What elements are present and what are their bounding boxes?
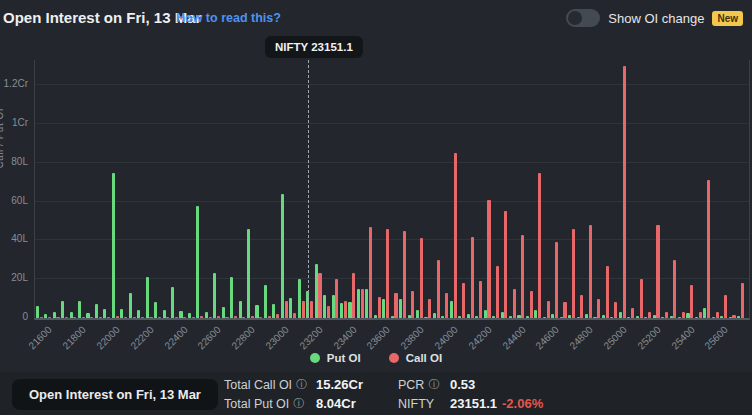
put-oi-bar[interactable] [95,304,98,318]
call-oi-bar[interactable] [116,316,119,318]
put-oi-bar[interactable] [577,317,580,318]
put-oi-bar[interactable] [703,308,706,318]
put-oi-bar[interactable] [340,303,343,318]
call-oi-bar[interactable] [335,279,338,318]
put-oi-bar[interactable] [424,317,427,318]
put-oi-bar[interactable] [348,302,351,318]
put-oi-bar[interactable] [272,304,275,318]
call-oi-bar[interactable] [133,317,136,318]
put-oi-bar[interactable] [281,194,284,318]
put-oi-bar[interactable] [196,206,199,319]
call-oi-bar[interactable] [479,281,482,318]
put-oi-bar[interactable] [450,301,453,318]
put-oi-bar[interactable] [255,305,258,318]
call-oi-bar[interactable] [530,291,533,318]
call-oi-bar[interactable] [699,312,702,318]
call-oi-bar[interactable] [445,293,448,318]
call-oi-bar[interactable] [428,299,431,318]
put-oi-bar[interactable] [188,313,191,318]
put-oi-bar[interactable] [610,317,613,318]
call-oi-bar[interactable] [386,229,389,318]
info-icon[interactable]: ⓘ [293,396,304,411]
call-oi-bar[interactable] [454,153,457,318]
put-oi-bar[interactable] [475,316,478,318]
call-oi-bar[interactable] [302,301,305,318]
put-oi-bar[interactable] [78,301,81,318]
put-oi-bar[interactable] [323,295,326,318]
put-oi-bar[interactable] [298,279,301,318]
call-oi-bar[interactable] [623,66,626,318]
put-oi-bar[interactable] [179,311,182,318]
put-oi-bar[interactable] [129,293,132,318]
put-oi-bar[interactable] [593,317,596,318]
call-oi-bar[interactable] [56,317,59,318]
put-oi-bar[interactable] [686,313,689,318]
put-oi-bar[interactable] [222,307,225,318]
call-oi-bar[interactable] [124,317,127,318]
call-oi-bar[interactable] [462,283,465,318]
call-oi-bar[interactable] [268,316,271,318]
call-oi-bar[interactable] [403,231,406,318]
call-oi-bar[interactable] [732,315,735,318]
call-oi-bar[interactable] [471,237,474,318]
call-oi-bar[interactable] [166,317,169,318]
put-oi-bar[interactable] [712,317,715,318]
put-oi-bar[interactable] [509,316,512,318]
put-oi-bar[interactable] [289,298,292,318]
call-oi-bar[interactable] [648,312,651,318]
call-oi-bar[interactable] [716,312,719,318]
put-oi-bar[interactable] [644,317,647,318]
call-oi-bar[interactable] [293,313,296,318]
put-oi-bar[interactable] [458,316,461,318]
call-oi-bar[interactable] [259,317,262,318]
put-oi-bar[interactable] [205,312,208,318]
put-oi-bar[interactable] [374,315,377,318]
call-oi-bar[interactable] [572,229,575,318]
put-oi-bar[interactable] [441,316,444,318]
call-oi-bar[interactable] [242,317,245,318]
call-oi-bar[interactable] [234,316,237,318]
put-oi-bar[interactable] [36,306,39,318]
call-oi-bar[interactable] [40,317,43,318]
put-oi-bar[interactable] [154,302,157,318]
call-oi-bar[interactable] [640,279,643,318]
put-oi-bar[interactable] [467,314,470,318]
put-oi-bar[interactable] [517,315,520,318]
put-oi-bar[interactable] [670,316,673,318]
put-oi-bar[interactable] [433,313,436,318]
call-oi-bar[interactable] [496,266,499,318]
put-oi-bar[interactable] [678,317,681,318]
call-oi-bar[interactable] [690,285,693,318]
call-oi-bar[interactable] [217,316,220,318]
call-oi-bar[interactable] [141,317,144,318]
put-oi-bar[interactable] [551,314,554,318]
call-oi-bar[interactable] [276,314,279,318]
call-oi-bar[interactable] [614,302,617,318]
call-oi-bar[interactable] [589,225,592,318]
put-oi-bar[interactable] [332,295,335,318]
put-oi-bar[interactable] [653,315,656,318]
call-oi-bar[interactable] [175,317,178,318]
put-oi-bar[interactable] [103,309,106,318]
call-oi-bar[interactable] [327,306,330,318]
put-oi-bar[interactable] [247,229,250,318]
info-icon[interactable]: ⓘ [296,377,307,392]
put-oi-bar[interactable] [501,312,504,318]
put-oi-bar[interactable] [399,299,402,318]
put-oi-bar[interactable] [720,316,723,318]
put-oi-bar[interactable] [382,299,385,318]
put-oi-bar[interactable] [416,310,419,318]
put-oi-bar[interactable] [534,310,537,318]
call-oi-bar[interactable] [48,317,51,318]
call-oi-bar[interactable] [225,317,228,318]
call-oi-bar[interactable] [538,173,541,318]
put-oi-bar[interactable] [543,317,546,318]
put-oi-bar[interactable] [484,310,487,318]
call-oi-bar[interactable] [285,301,288,318]
call-oi-bar[interactable] [682,312,685,318]
put-oi-bar[interactable] [171,287,174,318]
call-oi-bar[interactable] [200,316,203,318]
call-oi-bar[interactable] [741,283,744,318]
call-oi-bar[interactable] [521,235,524,318]
legend-item-put[interactable]: Put OI [310,352,361,364]
